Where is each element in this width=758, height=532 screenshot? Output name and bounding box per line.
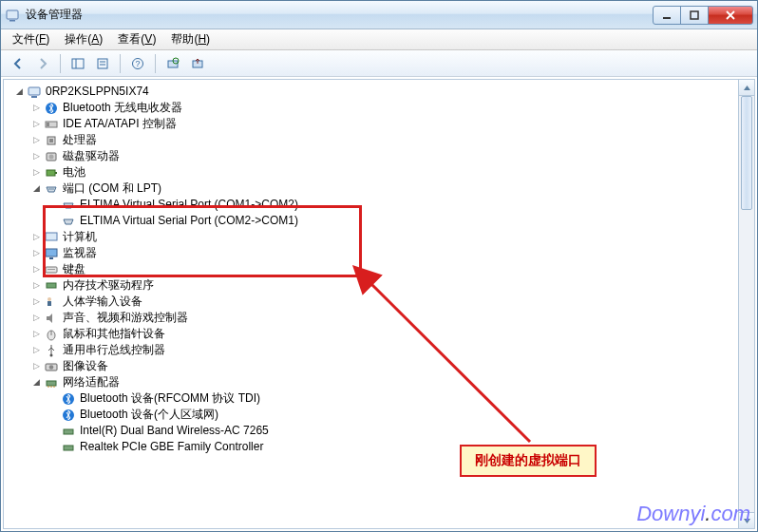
- tree-item-hid[interactable]: 人体学输入设备: [30, 294, 734, 310]
- expand-icon[interactable]: [30, 326, 42, 342]
- vertical-scrollbar[interactable]: [739, 79, 755, 529]
- battery-icon: [44, 165, 59, 180]
- show-hide-tree-button[interactable]: [66, 53, 89, 74]
- tree-item-net-bt-pan[interactable]: Bluetooth 设备(个人区域网): [47, 407, 734, 423]
- expand-icon[interactable]: [30, 229, 42, 245]
- expand-icon[interactable]: [13, 84, 25, 100]
- tree-item-battery[interactable]: 电池: [30, 164, 734, 180]
- svg-point-22: [49, 154, 54, 159]
- update-driver-button[interactable]: [186, 53, 209, 74]
- svg-point-26: [50, 188, 51, 189]
- expand-icon[interactable]: [30, 294, 42, 310]
- controller-icon: [44, 117, 59, 132]
- tree-item-cpu[interactable]: 处理器: [30, 132, 734, 148]
- network-icon: [44, 375, 59, 390]
- tree-item-net-realtek[interactable]: Realtek PCIe GBE Family Controller: [47, 439, 734, 455]
- svg-rect-33: [47, 283, 56, 288]
- svg-rect-41: [47, 381, 56, 386]
- menubar: 文件(F) 操作(A) 查看(V) 帮助(H): [1, 29, 757, 50]
- cpu-icon: [44, 133, 59, 148]
- tree-item-memtech[interactable]: 内存技术驱动程序: [30, 277, 734, 294]
- expand-icon[interactable]: [30, 245, 42, 261]
- expand-icon[interactable]: [30, 310, 42, 326]
- app-icon: [5, 8, 20, 23]
- port-icon: [61, 198, 76, 213]
- svg-point-40: [49, 365, 54, 370]
- expand-icon[interactable]: [30, 261, 42, 277]
- expand-icon[interactable]: [30, 164, 42, 180]
- port-icon: [44, 181, 59, 197]
- expand-icon[interactable]: [30, 116, 42, 132]
- close-button[interactable]: [708, 6, 753, 25]
- svg-rect-29: [46, 249, 57, 256]
- port-icon: [61, 214, 76, 229]
- memory-icon: [44, 278, 59, 294]
- expand-icon[interactable]: [30, 342, 42, 358]
- tree-item-computer[interactable]: 计算机: [30, 229, 734, 245]
- tree-item-ide[interactable]: IDE ATA/ATAPI 控制器: [30, 116, 734, 132]
- menu-file[interactable]: 文件(F): [5, 29, 57, 49]
- tree-item-network[interactable]: 网络适配器: [30, 374, 734, 390]
- expand-icon[interactable]: [30, 132, 42, 148]
- back-button[interactable]: [7, 53, 29, 74]
- tree-item-net-intel[interactable]: Intel(R) Dual Band Wireless-AC 7265: [47, 423, 734, 439]
- properties-button[interactable]: [91, 53, 114, 74]
- network-adapter-icon: [61, 424, 76, 439]
- tree-item-monitor[interactable]: 监视器: [30, 245, 734, 261]
- forward-button[interactable]: [31, 53, 54, 74]
- tree-item-vsp2[interactable]: ELTIMA Virtual Serial Port (COM2->COM1): [47, 213, 734, 229]
- tree-item-mouse[interactable]: 鼠标和其他指针设备: [30, 326, 734, 342]
- expand-icon[interactable]: [30, 180, 42, 197]
- device-manager-window: 设备管理器 文件(F) 操作(A) 查看(V) 帮助(H) ? 0RP: [0, 0, 758, 532]
- tree-item-sound[interactable]: 声音、视频和游戏控制器: [30, 310, 734, 326]
- tree-root[interactable]: 0RP2KSLPPN5IX74: [13, 84, 734, 100]
- mouse-icon: [44, 327, 59, 342]
- window-controls: [654, 6, 753, 25]
- tree-item-net-bt-rfcomm[interactable]: Bluetooth 设备(RFCOMM 协议 TDI): [47, 390, 734, 407]
- menu-action[interactable]: 操作(A): [57, 29, 110, 49]
- tree-item-disk[interactable]: 磁盘驱动器: [30, 148, 734, 164]
- tree-item-vsp1[interactable]: ELTIMA Virtual Serial Port (COM1->COM2): [47, 197, 734, 213]
- minimize-button[interactable]: [653, 6, 681, 25]
- tree-item-bluetooth-radio[interactable]: Bluetooth 无线电收发器: [30, 100, 734, 116]
- svg-rect-1: [9, 20, 15, 22]
- help-button[interactable]: ?: [126, 53, 149, 74]
- bluetooth-icon: [61, 391, 76, 407]
- svg-rect-23: [47, 170, 55, 176]
- svg-rect-35: [47, 301, 51, 306]
- annotation-callout-text: 刚创建的虚拟端口: [475, 452, 581, 467]
- tree-item-ports[interactable]: 端口 (COM 和 LPT): [30, 180, 734, 197]
- svg-rect-48: [64, 446, 73, 450]
- device-tree[interactable]: 0RP2KSLPPN5IX74 Bluetooth 无线电收发器 IDE ATA…: [3, 79, 739, 529]
- maximize-button[interactable]: [680, 6, 709, 25]
- scroll-up-button[interactable]: [739, 80, 754, 96]
- scroll-thumb[interactable]: [741, 96, 752, 210]
- svg-rect-24: [55, 172, 57, 174]
- scan-hardware-button[interactable]: [161, 53, 184, 74]
- svg-rect-47: [64, 429, 73, 434]
- expand-icon[interactable]: [30, 100, 42, 116]
- keyboard-icon: [44, 262, 59, 277]
- scroll-track[interactable]: [739, 96, 754, 512]
- menu-view[interactable]: 查看(V): [110, 29, 163, 49]
- toolbar: ?: [1, 50, 757, 77]
- expand-icon[interactable]: [30, 358, 42, 374]
- tree-root-label: 0RP2KSLPPN5IX74: [46, 84, 149, 100]
- svg-rect-0: [7, 10, 18, 19]
- expand-icon[interactable]: [30, 374, 42, 390]
- svg-rect-32: [47, 269, 55, 270]
- menu-help[interactable]: 帮助(H): [163, 29, 218, 49]
- expand-icon[interactable]: [30, 148, 42, 164]
- computer-icon: [44, 230, 59, 245]
- tree-item-keyboard[interactable]: 键盘: [30, 261, 734, 277]
- svg-rect-14: [28, 87, 40, 95]
- expand-icon[interactable]: [30, 277, 42, 294]
- tree-item-usb[interactable]: 通用串行总线控制器: [30, 342, 734, 358]
- tree-item-imaging[interactable]: 图像设备: [30, 358, 734, 374]
- sound-icon: [44, 311, 59, 326]
- usb-icon: [44, 343, 59, 358]
- hid-icon: [44, 294, 59, 310]
- computer-icon: [27, 85, 42, 100]
- svg-rect-4: [72, 59, 84, 68]
- scroll-down-button[interactable]: [739, 512, 754, 528]
